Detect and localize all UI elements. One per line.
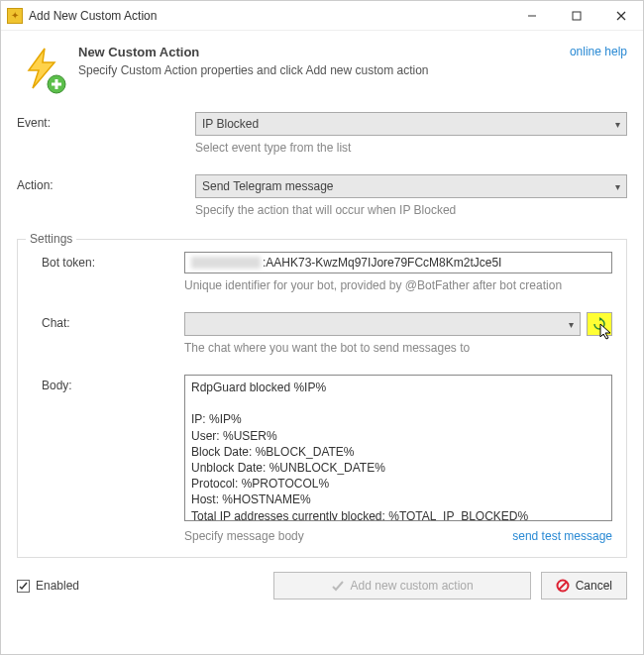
titlebar: ✦ Add New Custom Action — [1, 1, 643, 31]
app-icon: ✦ — [7, 8, 23, 24]
bot-token-help: Unique identifier for your bot, provided… — [184, 278, 612, 292]
refresh-icon — [592, 317, 606, 331]
online-help-link[interactable]: online help — [570, 45, 627, 58]
body-textarea[interactable] — [184, 375, 612, 521]
footer: Enabled Add new custom action Cancel — [17, 572, 627, 600]
add-custom-action-button[interactable]: Add new custom action — [273, 572, 531, 600]
event-label: Event: — [17, 112, 195, 130]
header-block: New Custom Action Specify Custom Action … — [17, 45, 627, 96]
blurred-token-prefix — [191, 257, 261, 269]
settings-fieldset: Settings Bot token: :AAHK73-KwzMq97IJore… — [17, 239, 627, 558]
refresh-chats-button[interactable] — [587, 312, 612, 336]
plus-icon — [47, 74, 66, 94]
enabled-checkbox[interactable]: Enabled — [17, 579, 79, 593]
event-select-value: IP Blocked — [202, 117, 259, 131]
content-area: New Custom Action Specify Custom Action … — [1, 31, 643, 654]
window-title: Add New Custom Action — [29, 9, 509, 23]
cancel-button-label: Cancel — [576, 579, 612, 593]
maximize-button[interactable] — [554, 1, 598, 30]
close-button[interactable] — [598, 1, 643, 30]
header-title: New Custom Action — [78, 45, 570, 59]
chat-select[interactable]: ▾ — [184, 312, 581, 336]
action-select[interactable]: Send Telegram message ▾ — [195, 174, 627, 198]
header-subtitle: Specify Custom Action properties and cli… — [78, 63, 570, 77]
cancel-button[interactable]: Cancel — [541, 572, 627, 600]
bot-token-label: Bot token: — [32, 252, 184, 270]
cancel-icon — [556, 579, 570, 593]
bot-token-visible: :AAHK73-KwzMq97IJore79FCcM8Km2tJce5I — [263, 256, 501, 270]
add-button-label: Add new custom action — [351, 579, 474, 593]
enabled-label: Enabled — [36, 579, 79, 593]
chevron-down-icon: ▾ — [569, 319, 574, 330]
checkbox-box — [17, 580, 30, 593]
settings-legend: Settings — [26, 232, 76, 246]
header-icon — [17, 45, 68, 96]
chevron-down-icon: ▾ — [615, 119, 620, 130]
send-test-message-link[interactable]: send test message — [512, 529, 612, 543]
action-select-value: Send Telegram message — [202, 179, 334, 193]
svg-rect-1 — [573, 12, 581, 20]
svg-line-11 — [559, 582, 567, 590]
body-label: Body: — [32, 375, 184, 392]
chat-label: Chat: — [32, 312, 184, 330]
minimize-button[interactable] — [509, 1, 554, 30]
event-select[interactable]: IP Blocked ▾ — [195, 112, 627, 136]
check-icon — [331, 579, 345, 593]
chat-help: The chat where you want the bot to send … — [184, 341, 612, 355]
action-label: Action: — [17, 174, 195, 192]
event-help: Select event type from the list — [195, 141, 627, 155]
body-help: Specify message body — [184, 529, 304, 543]
dialog-window: ✦ Add New Custom Action — [0, 0, 644, 655]
action-help: Specify the action that will occur when … — [195, 203, 627, 217]
bot-token-input[interactable]: :AAHK73-KwzMq97IJore79FCcM8Km2tJce5I — [184, 252, 612, 273]
chevron-down-icon: ▾ — [615, 181, 620, 192]
